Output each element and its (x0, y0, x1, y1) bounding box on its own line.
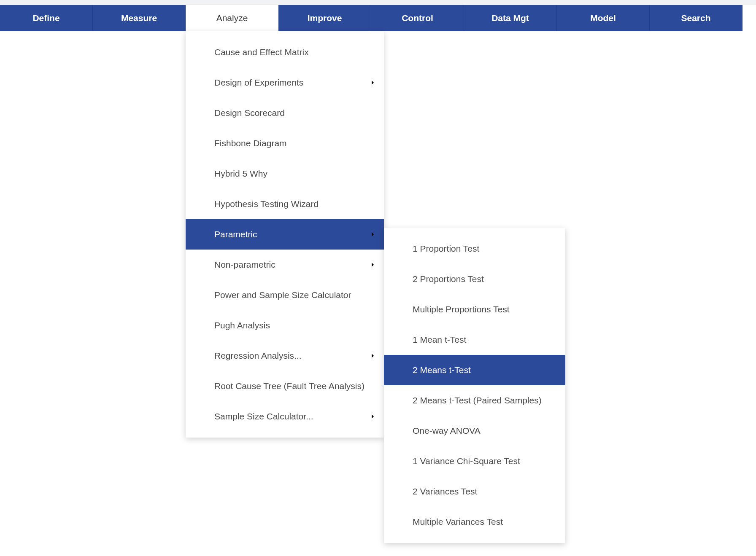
chevron-right-icon (370, 353, 375, 358)
menu-item-label: 1 Proportion Test (413, 244, 556, 254)
wrench-icon (393, 425, 405, 437)
menu-item-label: Design Scorecard (214, 108, 375, 118)
wrench-icon (195, 350, 207, 362)
wrench-icon (195, 228, 207, 240)
menu-item-multiple-proportions-test[interactable]: Multiple Proportions Test (384, 294, 565, 325)
menubar-item-label: Analyze (216, 13, 248, 23)
menu-item-design-scorecard[interactable]: Design Scorecard (186, 98, 384, 128)
menu-item-1-variance-chi-square-test[interactable]: 1 Variance Chi-Square Test (384, 446, 565, 476)
menu-item-label: Design of Experiments (214, 78, 370, 88)
menu-item-root-cause-tree-fault-tree-analysis[interactable]: Root Cause Tree (Fault Tree Analysis) (186, 371, 384, 401)
menu-item-label: 2 Means t-Test (Paired Samples) (413, 395, 556, 406)
wrench-icon (195, 411, 207, 422)
menu-item-label: 1 Variance Chi-Square Test (413, 456, 556, 466)
menu-item-2-means-t-test-paired-samples[interactable]: 2 Means t-Test (Paired Samples) (384, 385, 565, 416)
menu-item-label: 2 Means t-Test (413, 365, 556, 375)
wrench-icon (393, 304, 405, 315)
chevron-right-icon (370, 232, 375, 237)
menubar-item-improve[interactable]: Improve (278, 5, 371, 31)
menu-item-power-and-sample-size-calculator[interactable]: Power and Sample Size Calculator (186, 280, 384, 310)
menubar-item-label: Model (590, 13, 616, 23)
menu-item-label: One-way ANOVA (413, 426, 556, 436)
grid-icon (195, 46, 207, 58)
menu-item-label: 2 Variances Test (413, 486, 556, 497)
menubar-item-label: Measure (121, 13, 157, 23)
menu-item-hybrid-5-why[interactable]: Hybrid 5 Why (186, 158, 384, 189)
menu-item-label: Parametric (214, 229, 370, 239)
menu-item-non-parametric[interactable]: Non-parametric (186, 250, 384, 280)
menu-item-1-proportion-test[interactable]: 1 Proportion Test (384, 234, 565, 264)
menu-item-label: Multiple Variances Test (413, 517, 556, 527)
wrench-icon (393, 243, 405, 255)
menu-item-2-means-t-test[interactable]: 2 Means t-Test (384, 355, 565, 385)
menu-item-label: Fishbone Diagram (214, 138, 375, 148)
menu-item-label: Sample Size Calculator... (214, 411, 370, 422)
wrench-icon (393, 273, 405, 285)
menu-item-2-variances-test[interactable]: 2 Variances Test (384, 476, 565, 507)
parametric-submenu: 1 Proportion Test2 Proportions TestMulti… (384, 228, 565, 543)
wizard-icon (195, 198, 207, 210)
menubar-item-define[interactable]: Define (0, 5, 93, 31)
menu-item-label: 1 Mean t-Test (413, 335, 556, 345)
menubar: DefineMeasureAnalyzeImproveControlData M… (0, 5, 756, 31)
menu-item-2-proportions-test[interactable]: 2 Proportions Test (384, 264, 565, 294)
menu-item-cause-and-effect-matrix[interactable]: Cause and Effect Matrix (186, 37, 384, 67)
wrench-icon (393, 334, 405, 346)
boxes-icon (195, 380, 207, 392)
wrench-icon (195, 289, 207, 301)
menubar-item-data-mgt[interactable]: Data Mgt (464, 5, 557, 31)
grid-icon (195, 107, 207, 119)
menubar-item-label: Define (32, 13, 59, 23)
boxes-icon (195, 137, 207, 149)
menubar-item-measure[interactable]: Measure (93, 5, 186, 31)
menu-item-label: 2 Proportions Test (413, 274, 556, 284)
menu-item-multiple-variances-test[interactable]: Multiple Variances Test (384, 507, 565, 537)
wrench-icon (195, 259, 207, 271)
menu-item-regression-analysis[interactable]: Regression Analysis... (186, 341, 384, 371)
menubar-item-label: Control (402, 13, 433, 23)
chevron-right-icon (370, 414, 375, 419)
menu-item-1-mean-t-test[interactable]: 1 Mean t-Test (384, 325, 565, 355)
wrench-icon (393, 364, 405, 376)
menu-item-design-of-experiments[interactable]: Design of Experiments (186, 67, 384, 98)
wrench-icon (393, 395, 405, 406)
wrench-icon (393, 516, 405, 528)
topbar-spacer (0, 0, 756, 5)
menubar-item-search[interactable]: Search (650, 5, 742, 31)
wrench-icon (393, 486, 405, 497)
chevron-right-icon (370, 80, 375, 85)
menu-item-sample-size-calculator[interactable]: Sample Size Calculator... (186, 401, 384, 432)
menu-item-label: Power and Sample Size Calculator (214, 290, 375, 300)
menu-item-label: Non-parametric (214, 260, 370, 270)
grid-icon (195, 168, 207, 180)
menu-item-label: Hypothesis Testing Wizard (214, 199, 375, 209)
menu-item-fishbone-diagram[interactable]: Fishbone Diagram (186, 128, 384, 158)
chevron-right-icon (370, 262, 375, 267)
menu-item-one-way-anova[interactable]: One-way ANOVA (384, 416, 565, 446)
menu-item-label: Regression Analysis... (214, 351, 370, 361)
menu-item-parametric[interactable]: Parametric (186, 219, 384, 250)
wrench-icon (393, 455, 405, 467)
menu-item-label: Cause and Effect Matrix (214, 47, 375, 57)
menubar-item-label: Improve (308, 13, 342, 23)
grid-icon (195, 320, 207, 331)
menubar-item-model[interactable]: Model (557, 5, 650, 31)
menu-item-label: Multiple Proportions Test (413, 304, 556, 314)
menubar-tail (742, 5, 756, 31)
menubar-item-label: Search (681, 13, 710, 23)
menu-item-label: Hybrid 5 Why (214, 169, 375, 179)
menubar-item-control[interactable]: Control (371, 5, 464, 31)
menu-item-label: Root Cause Tree (Fault Tree Analysis) (214, 381, 375, 391)
analyze-dropdown: Cause and Effect MatrixDesign of Experim… (186, 31, 384, 438)
menu-item-hypothesis-testing-wizard[interactable]: Hypothesis Testing Wizard (186, 189, 384, 219)
wrench-icon (195, 77, 207, 89)
menu-item-pugh-analysis[interactable]: Pugh Analysis (186, 310, 384, 341)
menu-item-label: Pugh Analysis (214, 320, 375, 330)
menubar-item-analyze[interactable]: Analyze (186, 5, 278, 31)
menubar-item-label: Data Mgt (491, 13, 529, 23)
